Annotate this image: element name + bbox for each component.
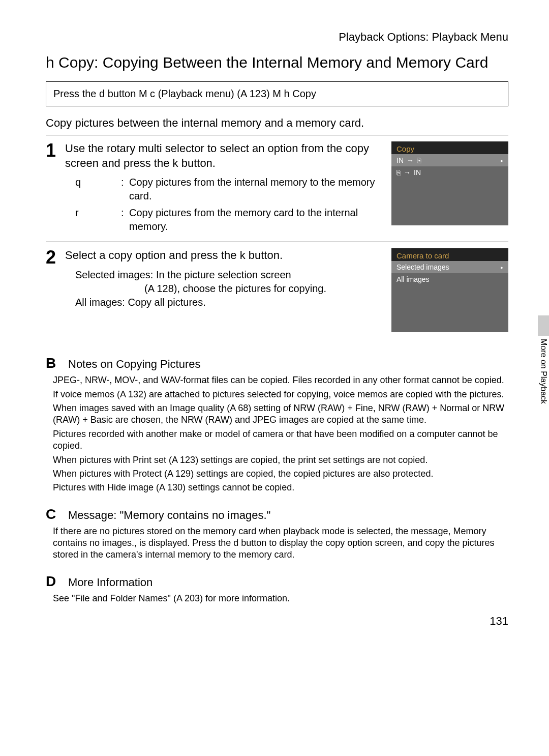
screenshot-row: IN → ⎘ ▸ [391, 154, 508, 166]
note-head-b: B Notes on Copying Pictures [46, 355, 508, 371]
note-body-b: JPEG-, NRW-, MOV-, and WAV-format files … [53, 374, 508, 494]
camera-screenshot-copy: Copy IN → ⎘ ▸ ⎘ → IN [391, 141, 508, 228]
sub-option-selected-images: Selected images: In the picture selectio… [65, 268, 381, 296]
sub-label: r [75, 206, 121, 234]
sub-label: All images: [75, 297, 125, 308]
sub-text-cont: (A 128), choose the pictures for copying… [144, 282, 381, 296]
step-number: 1 [46, 141, 65, 237]
sub-text-part: In the picture selection screen [156, 269, 291, 280]
caret-icon: ▸ [501, 265, 503, 270]
caret-icon: ▸ [501, 158, 503, 163]
nav-path-box: Press the d button M c (Playback menu) (… [46, 81, 508, 106]
note-head-d: D More Information [46, 573, 508, 590]
memory-card-icon: ⎘ [417, 156, 421, 164]
note-body-c: If there are no pictures stored on the m… [53, 526, 508, 561]
note-line: Pictures recorded with another make or m… [53, 428, 508, 452]
side-tab: More on Playback [538, 315, 549, 406]
step-main-text: Use the rotary multi selector to select … [65, 141, 381, 170]
screenshot-title: Camera to card [391, 248, 508, 261]
screenshot-row: ⎘ → IN [391, 166, 508, 179]
section-title-text: Copy: Copying Between the Internal Memor… [58, 54, 488, 71]
note-icon: C [46, 506, 68, 522]
arrow-icon: → [407, 156, 414, 164]
note-title: Notes on Copying Pictures [68, 358, 200, 371]
note-title: More Information [68, 576, 152, 589]
screenshot-row-text: All images [396, 275, 430, 283]
sub-text: Copy all pictures. [128, 297, 205, 308]
note-line: When images saved with an Image quality … [53, 402, 508, 426]
note-body-d: See "File and Folder Names" (A 203) for … [53, 593, 508, 604]
arrow-icon: → [404, 168, 411, 177]
sub-text: Copy pictures from the internal memory t… [129, 176, 381, 203]
sub-label: q [75, 176, 121, 203]
note-line: Pictures with Hide image (A 130) setting… [53, 482, 294, 493]
page-header: Playback Options: Playback Menu [46, 31, 508, 44]
step-1: 1 Use the rotary multi selector to selec… [46, 141, 508, 237]
screenshot-row: Selected images ▸ [391, 261, 508, 273]
sub-label: Selected images: [75, 269, 153, 280]
side-tab-bar [538, 315, 549, 336]
camera-screenshot-options: Camera to card Selected images ▸ All ima… [391, 248, 508, 335]
sub-option-all-images: All images: Copy all pictures. [65, 296, 381, 309]
intro-text: Copy pictures between the internal memor… [46, 117, 508, 130]
note-line: If voice memos (A 132) are attached to p… [53, 389, 504, 400]
page-number: 131 [46, 615, 508, 628]
note-icon: B [46, 355, 68, 371]
screenshot-row-text: Selected images [396, 263, 449, 271]
divider [46, 242, 508, 242]
sub-option-q: q : Copy pictures from the internal memo… [65, 176, 381, 203]
sub-text: Copy pictures from the memory card to th… [129, 206, 381, 234]
step-main-text: Select a copy option and press the k but… [65, 248, 381, 263]
note-title: Message: "Memory contains no images." [68, 509, 270, 522]
screenshot-title: Copy [391, 141, 508, 154]
side-tab-label: More on Playback [539, 339, 548, 404]
section-icon-glyph: h [46, 54, 54, 71]
note-icon: D [46, 573, 68, 590]
note-line: When pictures with Print set (A 123) set… [53, 454, 428, 466]
note-line: When pictures with Protect (A 129) setti… [53, 468, 433, 480]
sub-option-r: r : Copy pictures from the memory card t… [65, 206, 381, 234]
memory-card-icon: ⎘ [396, 168, 401, 177]
memory-in-icon: IN [414, 168, 421, 177]
divider [46, 135, 508, 135]
section-title: h Copy: Copying Between the Internal Mem… [46, 54, 508, 71]
note-line: JPEG-, NRW-, MOV-, and WAV-format files … [53, 374, 504, 386]
memory-in-icon: IN [396, 156, 404, 164]
screenshot-row: All images [391, 273, 508, 285]
note-head-c: C Message: "Memory contains no images." [46, 506, 508, 522]
step-number: 2 [46, 248, 65, 335]
step-2: 2 Select a copy option and press the k b… [46, 248, 508, 335]
